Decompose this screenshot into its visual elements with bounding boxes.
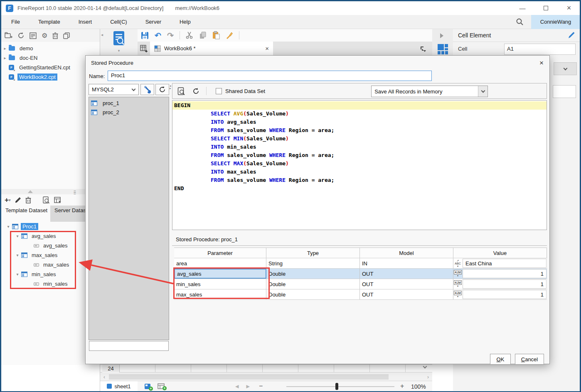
value-cell[interactable]: 4.2d▾1: [453, 279, 547, 289]
tab-template-dataset[interactable]: Template Dataset: [1, 206, 50, 222]
tab-overflow-icon[interactable]: [420, 46, 426, 55]
cell-value-input[interactable]: [553, 85, 576, 98]
delete-icon[interactable]: [52, 32, 58, 39]
horizontal-scrollbar[interactable]: ‹ ›: [100, 373, 432, 381]
cell-reference-input[interactable]: A1: [504, 44, 576, 55]
copy-toolbar-icon[interactable]: [199, 32, 207, 39]
redo-icon[interactable]: ↷: [167, 31, 174, 40]
procedure-item-proc_2[interactable]: proc_2: [90, 108, 168, 117]
copy-icon[interactable]: [63, 32, 70, 39]
zoom-slider-thumb[interactable]: [335, 383, 338, 390]
value-input[interactable]: 1: [463, 290, 547, 299]
zoom-in-button[interactable]: +: [400, 382, 404, 390]
zoom-out-button[interactable]: −: [259, 382, 263, 390]
procedure-search-input[interactable]: [89, 341, 169, 351]
cell-type-dropdown[interactable]: [554, 62, 577, 75]
scrollbar-thumb[interactable]: [109, 374, 389, 380]
procedure-item-proc_1[interactable]: proc_1: [90, 98, 168, 108]
menu-item-help[interactable]: Help: [180, 19, 191, 25]
string-type-icon[interactable]: ↗ABC▾: [453, 258, 462, 268]
refresh-icon[interactable]: [17, 32, 25, 39]
scroll-right-icon[interactable]: ›: [424, 374, 432, 380]
sheet-nav-right-icon[interactable]: ▶: [246, 384, 249, 389]
menu-item-insert[interactable]: Insert: [79, 19, 92, 25]
panel-expand-right-icon[interactable]: [440, 33, 443, 38]
preview-dropdown-caret[interactable]: ▾: [118, 49, 120, 53]
panel-collapse-left-icon[interactable]: ◂: [101, 32, 103, 37]
value-cell[interactable]: 4.2d▾1: [453, 289, 547, 299]
type-cell[interactable]: Double: [266, 289, 360, 299]
tab-workbook6[interactable]: WorkBook6 * ×: [150, 42, 273, 55]
type-cell[interactable]: Double: [266, 279, 360, 289]
cell-element-panel-icon[interactable]: [437, 44, 448, 55]
delete-dataset-icon[interactable]: [25, 197, 31, 203]
model-cell[interactable]: IN: [360, 258, 453, 268]
collapse-arrow-icon[interactable]: ▾: [5, 224, 12, 229]
tab-sheet1[interactable]: sheet1: [100, 381, 138, 392]
row-header-24[interactable]: 24: [102, 365, 120, 372]
maximize-button[interactable]: [539, 3, 553, 13]
procedure-name-input[interactable]: Proc1: [108, 71, 432, 81]
sql-editor[interactable]: BEGINSELECT AVG(Sales_Volume)INTO avg_sa…: [172, 100, 547, 230]
save-mode-dropdown[interactable]: Save All Records in Memory: [371, 86, 488, 97]
format-painter-icon[interactable]: [226, 32, 233, 39]
parameter-cell[interactable]: area: [174, 258, 266, 268]
menu-item-server[interactable]: Server: [145, 19, 161, 25]
type-cell[interactable]: String: [266, 258, 360, 268]
value-cell[interactable]: ↗ABC▾East China: [453, 258, 547, 268]
settings-gear-icon[interactable]: ⚙: [42, 32, 47, 39]
new-folder-icon[interactable]: [5, 32, 12, 39]
add-form-sheet-icon[interactable]: +: [158, 383, 165, 389]
cancel-button[interactable]: Cancel: [515, 354, 544, 365]
value-input[interactable]: 1: [463, 279, 547, 289]
report-view-icon[interactable]: [30, 32, 37, 39]
model-cell[interactable]: OUT: [360, 269, 453, 279]
menu-item-template[interactable]: Template: [38, 19, 60, 25]
user-account-button[interactable]: ConnieWang: [531, 15, 580, 29]
file-tree-item-demo[interactable]: ▸demo: [1, 44, 100, 53]
new-template-icon[interactable]: [138, 42, 150, 55]
close-window-button[interactable]: ×: [562, 3, 576, 13]
connection-config-button[interactable]: [140, 84, 154, 95]
refresh-sql-icon[interactable]: [192, 88, 199, 95]
value-cell[interactable]: 4.2d▾1: [453, 269, 547, 279]
ok-button[interactable]: OK: [490, 354, 511, 365]
database-connection-dropdown[interactable]: MYSQL2: [89, 84, 139, 95]
expand-arrow-icon[interactable]: ▸: [1, 56, 9, 60]
add-dataset-button[interactable]: +▾: [5, 196, 10, 204]
type-cell[interactable]: Double: [266, 269, 360, 279]
dataset-manage-icon[interactable]: [54, 197, 62, 203]
sheet-nav-left-icon[interactable]: ◀: [235, 384, 239, 389]
search-icon[interactable]: [516, 18, 524, 26]
dialog-close-button[interactable]: ×: [539, 59, 544, 67]
tab-close-icon[interactable]: ×: [265, 45, 269, 52]
double-type-icon[interactable]: 4.2d▾: [453, 279, 462, 289]
preview-dataset-icon[interactable]: [43, 196, 50, 203]
save-icon[interactable]: [141, 32, 149, 39]
edit-dataset-icon[interactable]: [15, 197, 21, 203]
value-input[interactable]: 1: [463, 269, 547, 278]
double-type-icon[interactable]: 4.2d▾: [453, 289, 462, 299]
value-input[interactable]: East China: [463, 259, 547, 268]
add-grid-sheet-icon[interactable]: +: [144, 383, 151, 390]
edit-pencil-icon[interactable]: [568, 32, 575, 39]
refresh-procedures-button[interactable]: [155, 84, 169, 95]
shared-dataset-checkbox[interactable]: [216, 88, 222, 94]
preview-button[interactable]: ◂ ▾: [100, 29, 138, 55]
undo-icon[interactable]: ↶: [155, 31, 161, 40]
scroll-down-icon[interactable]: [423, 365, 427, 369]
menu-item-file[interactable]: File: [11, 19, 20, 25]
zoom-slider-track[interactable]: [286, 386, 394, 387]
expand-arrow-icon[interactable]: ▸: [1, 46, 9, 51]
sql-line-10: FROM sales_volume WHERE Region = area;: [172, 176, 547, 184]
model-cell[interactable]: OUT: [360, 289, 453, 299]
paste-icon[interactable]: [212, 31, 220, 39]
pane-splitter-icon[interactable]: ◂▸: [170, 85, 171, 90]
model-cell[interactable]: OUT: [360, 279, 453, 289]
menu-item-cellc[interactable]: Cell(C): [110, 19, 127, 25]
scroll-left-icon[interactable]: ‹: [100, 374, 108, 380]
double-type-icon[interactable]: 4.2d▾: [453, 269, 462, 279]
preview-data-icon[interactable]: [177, 87, 185, 95]
minimize-button[interactable]: —: [515, 3, 529, 13]
cut-icon[interactable]: [186, 32, 193, 39]
